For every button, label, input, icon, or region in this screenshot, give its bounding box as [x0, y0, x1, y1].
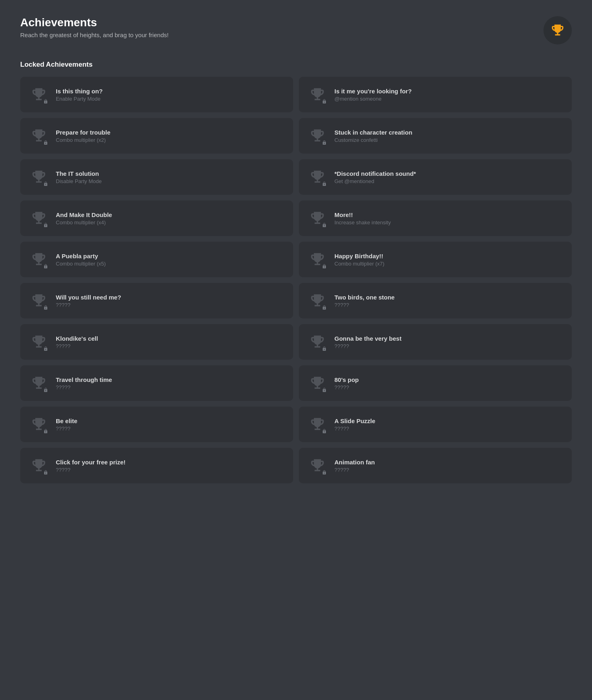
lock-icon: [322, 223, 327, 228]
achievement-description: ?????: [56, 467, 126, 473]
lock-badge: [321, 139, 328, 146]
page-title: Achievements: [20, 16, 169, 29]
achievement-title: Travel through time: [56, 376, 112, 383]
achievement-icon: [28, 414, 49, 435]
achievement-text: More!! Increase shake intensity: [334, 211, 391, 226]
lock-badge: [42, 386, 49, 394]
achievement-text: Animation fan ?????: [334, 459, 375, 473]
achievement-description: Combo multiplier (x7): [334, 261, 385, 267]
achievement-text: Is this thing on? Enable Party Mode: [56, 88, 103, 102]
section-title: Locked Achievements: [20, 61, 572, 69]
lock-badge: [321, 98, 328, 105]
lock-icon: [322, 99, 327, 104]
lock-badge: [42, 428, 49, 435]
achievement-text: *Discord notification sound* Get @mentio…: [334, 170, 416, 184]
achievement-icon: [307, 125, 328, 146]
achievement-text: And Make It Double Combo multiplier (x4): [56, 211, 112, 226]
achievement-description: ?????: [56, 343, 98, 349]
lock-icon: [43, 223, 48, 228]
achievement-text: Klondike's cell ?????: [56, 335, 98, 349]
lock-badge: [321, 304, 328, 311]
achievement-title: Happy Birthday!!: [334, 253, 385, 259]
achievement-icon: [28, 125, 49, 146]
achievement-description: Increase shake intensity: [334, 219, 391, 226]
achievement-title: 80's pop: [334, 376, 359, 383]
achievement-text: A Puebla party Combo multiplier (x5): [56, 253, 106, 267]
achievement-text: Gonna be the very best ?????: [334, 335, 402, 349]
achievement-icon: [28, 208, 49, 229]
achievement-icon: [307, 373, 328, 394]
lock-icon: [43, 99, 48, 104]
lock-icon: [322, 140, 327, 145]
achievement-card: Animation fan ?????: [299, 448, 572, 483]
achievement-description: Enable Party Mode: [56, 96, 103, 102]
achievement-card: Gonna be the very best ?????: [299, 324, 572, 360]
achievement-title: More!!: [334, 211, 391, 218]
achievement-card: Travel through time ?????: [20, 365, 293, 401]
achievement-card: And Make It Double Combo multiplier (x4): [20, 200, 293, 236]
achievement-title: Be elite: [56, 417, 77, 424]
achievement-title: Animation fan: [334, 459, 375, 466]
achievement-description: ?????: [334, 343, 402, 349]
lock-badge: [321, 469, 328, 476]
achievement-card: *Discord notification sound* Get @mentio…: [299, 159, 572, 195]
achievement-title: Two birds, one stone: [334, 294, 395, 301]
achievement-card: Klondike's cell ?????: [20, 324, 293, 360]
achievement-title: Click for your free prize!: [56, 459, 126, 466]
lock-icon: [43, 305, 48, 310]
achievement-card: Will you still need me? ?????: [20, 283, 293, 318]
achievement-description: Combo multiplier (x4): [56, 219, 112, 226]
lock-icon: [322, 264, 327, 269]
achievement-card: A Slide Puzzle ?????: [299, 407, 572, 442]
lock-badge: [321, 428, 328, 435]
lock-badge: [321, 263, 328, 270]
lock-badge: [42, 345, 49, 352]
achievement-card: Prepare for trouble Combo multiplier (x2…: [20, 118, 293, 154]
achievement-icon: [28, 373, 49, 394]
achievement-title: The IT solution: [56, 170, 101, 177]
achievement-icon: [28, 455, 49, 476]
lock-icon: [43, 181, 48, 186]
achievement-description: ?????: [334, 426, 375, 432]
achievement-title: Stuck in character creation: [334, 129, 412, 136]
lock-icon: [43, 264, 48, 269]
achievement-card: Stuck in character creation Customize co…: [299, 118, 572, 154]
trophy-badge: [543, 16, 572, 44]
achievement-title: *Discord notification sound*: [334, 170, 416, 177]
achievement-description: Combo multiplier (x2): [56, 137, 110, 143]
achievement-icon: [307, 208, 328, 229]
lock-badge: [321, 221, 328, 229]
lock-icon: [43, 429, 48, 434]
achievement-description: @mention someone: [334, 96, 412, 102]
page-header: Achievements Reach the greatest of heigh…: [20, 16, 572, 44]
achievement-title: Gonna be the very best: [334, 335, 402, 342]
page-subtitle: Reach the greatest of heights, and brag …: [20, 32, 169, 38]
achievement-icon: [307, 414, 328, 435]
achievement-title: Klondike's cell: [56, 335, 98, 342]
achievement-card: More!! Increase shake intensity: [299, 200, 572, 236]
lock-icon: [322, 429, 327, 434]
achievement-icon: [28, 249, 49, 270]
achievement-icon: [307, 290, 328, 311]
achievement-icon: [307, 249, 328, 270]
achievement-description: Disable Party Mode: [56, 178, 101, 184]
achievement-text: Happy Birthday!! Combo multiplier (x7): [334, 253, 385, 267]
achievement-card: Is it me you're looking for? @mention so…: [299, 77, 572, 112]
achievement-description: ?????: [56, 302, 121, 308]
achievement-icon: [28, 84, 49, 105]
achievement-text: Is it me you're looking for? @mention so…: [334, 88, 412, 102]
achievement-description: ?????: [56, 384, 112, 390]
achievement-title: Will you still need me?: [56, 294, 121, 301]
achievement-text: Travel through time ?????: [56, 376, 112, 390]
achievement-icon: [28, 290, 49, 311]
achievement-card: Click for your free prize! ?????: [20, 448, 293, 483]
lock-icon: [322, 388, 327, 392]
lock-badge: [42, 98, 49, 105]
achievement-text: Will you still need me? ?????: [56, 294, 121, 308]
lock-icon: [43, 470, 48, 475]
lock-badge: [321, 386, 328, 394]
achievement-icon: [307, 84, 328, 105]
achievement-card: Be elite ?????: [20, 407, 293, 442]
achievement-card: The IT solution Disable Party Mode: [20, 159, 293, 195]
lock-badge: [42, 304, 49, 311]
